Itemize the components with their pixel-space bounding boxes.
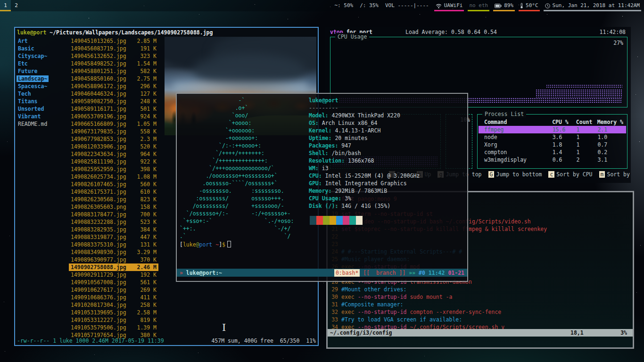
file-row[interactable]: 1490460446324.jpg127 K <box>69 90 158 98</box>
vim-line[interactable]: 30exec --no-startup-id sudo mount -a <box>328 293 633 301</box>
file-row[interactable]: 1490910627617.jpg269 K <box>69 286 158 294</box>
file-row[interactable]: 1490456083719.jpg191 K <box>69 45 158 52</box>
process-row[interactable]: node3.611.0 <box>479 133 626 141</box>
status-module-underline <box>519 10 540 11</box>
file-row[interactable]: 1490826107465.jpg560 K <box>69 181 158 188</box>
file-row[interactable]: 1490883375310.jpg131 K <box>69 241 158 248</box>
status-module-text: no eth <box>469 2 488 9</box>
file-row[interactable]: 1490458498252.jpg1.54 M <box>69 60 158 67</box>
process-column-header[interactable]: Memory % <box>597 118 626 126</box>
neofetch-terminal-window[interactable]: -` .o+` `ooo/ `+oooo: `+oooooo: -+oooooo… <box>176 93 468 282</box>
file-row[interactable]: 1490456132652.jpg323 K <box>69 52 158 60</box>
directory-item[interactable]: README.md <box>17 120 68 128</box>
ranger-file-column: 1490451013265.jpg2.85 M1490456083719.jpg… <box>69 37 158 339</box>
terminal-cursor <box>227 241 231 247</box>
file-row[interactable]: 1490902911729.jpg192 K <box>69 271 158 279</box>
shell-prompt: [luke@port ~]$ <box>180 240 231 248</box>
directory-item[interactable]: Vibrant <box>17 113 68 120</box>
workspace-list: 12 <box>0 0 22 11</box>
directory-item[interactable]: Landscap~ <box>17 75 68 82</box>
file-row[interactable]: 1490812033906.jpg520 K <box>69 143 158 150</box>
directory-item[interactable]: Cityscap~ <box>17 52 68 60</box>
process-row[interactable]: w3mimgdisplay0.623.1 <box>479 156 626 164</box>
status-module-clock[interactable]: Sun, Jan 21, 2018 at 11:42AM <box>542 0 643 11</box>
vim-line[interactable]: 29#Mount other drives: <box>328 286 633 293</box>
directory-item[interactable]: Spacesca~ <box>17 82 68 90</box>
directory-item[interactable]: Titans <box>17 98 68 105</box>
file-row[interactable]: 1490822343634.jpg964 K <box>69 150 158 158</box>
file-row[interactable]: 1490451013265.jpg2.85 M <box>69 37 158 45</box>
vim-line[interactable]: 32exec --no-startup-id compton --xrender… <box>328 308 633 316</box>
directory-item[interactable]: Tech <box>17 90 68 98</box>
process-column-header[interactable]: CPU % <box>552 118 576 126</box>
file-row[interactable]: 1490826230568.jpg823 K <box>69 196 158 203</box>
status-module-temperature[interactable]: 50°C <box>517 0 542 11</box>
file-row[interactable]: 1490673179835.jpg558 K <box>69 128 158 135</box>
file-row[interactable]: 1490825952959.jpg398 K <box>69 165 158 173</box>
battery-icon <box>495 4 502 8</box>
help-item: GJump to bottom <box>482 171 542 178</box>
directory-item[interactable]: Future <box>17 67 68 75</box>
file-row[interactable]: 1490826305603.png158 K <box>69 203 158 211</box>
file-row[interactable]: 1490589082750.jpg248 K <box>69 98 158 105</box>
status-module-ethernet[interactable]: no eth <box>466 0 491 11</box>
neofetch-separator: --------- <box>309 104 420 112</box>
status-module-text: ~: 50% <box>334 2 353 9</box>
workspace-button-1[interactable]: 1 <box>0 0 11 11</box>
ranger-titlebar: luke@port ~/Pictures/Wallpapers/Landscap… <box>17 29 213 36</box>
file-row[interactable]: 1490883232288.jpg523 K <box>69 218 158 226</box>
file-row[interactable]: 1490665166809.jpg1.05 M <box>69 120 158 128</box>
status-module-disk-home[interactable]: ~: 50% <box>331 0 356 11</box>
status-module-volume[interactable]: VOL -----|---- <box>382 0 432 11</box>
file-row[interactable]: 1490896390977.jpg370 K <box>69 256 158 263</box>
tmux-window-name[interactable]: 0:bash* <box>334 269 360 277</box>
directory-item[interactable]: Unsorted <box>17 105 68 113</box>
workspace-button-2[interactable]: 2 <box>11 0 22 11</box>
file-row[interactable]: 1490458801251.jpg582 K <box>69 67 158 75</box>
ranger-statusbar: -rw-r--r-- 1 luke 1000 2.46M 2017-05-19 … <box>17 337 316 345</box>
info-line: Packages: 947 <box>309 142 420 149</box>
file-row[interactable]: 1490458896172.jpg296 K <box>69 82 158 90</box>
file-row[interactable]: 1490902758088.jpg2.46 M <box>69 263 158 271</box>
file-row[interactable]: 1491053139695.jpg2.58 M <box>69 309 158 316</box>
file-row[interactable]: 1490883498930.jpg3.29 M <box>69 248 158 256</box>
directory-summary: 457M sum, 400G free 65/350 11% <box>211 337 316 345</box>
process-row[interactable]: compton1.410.2 <box>479 148 626 156</box>
file-row[interactable]: 1490653709196.jpg924 K <box>69 113 158 120</box>
file-row[interactable]: 1490910686376.jpg411 K <box>69 294 158 301</box>
process-column-header[interactable]: Command <box>484 118 552 126</box>
vim-scroll-percent: 3% <box>620 329 627 337</box>
i3bar: 12 ~: 50%/: 35%VOL -----|----UAWiFino et… <box>0 0 644 11</box>
vim-line[interactable]: 33#Try to load VGA screen if available: <box>328 316 633 323</box>
directory-item[interactable]: Art <box>17 37 68 45</box>
file-row[interactable]: 1490883178477.jpg700 K <box>69 211 158 218</box>
ranger-path: ~/Pictures/Wallpapers/Landscapes/ <box>46 29 157 36</box>
process-row[interactable]: Xorg1.810.7 <box>479 141 626 148</box>
vim-line[interactable]: 31#Composite manager: <box>328 301 633 308</box>
process-column-header[interactable]: Count <box>576 118 597 126</box>
file-row[interactable]: 1491053579506.jpg1.39 M <box>69 324 158 331</box>
status-module-battery[interactable]: 89% <box>491 0 517 11</box>
file-row[interactable]: 1490883282935.jpg384 K <box>69 226 158 233</box>
file-row[interactable]: 1490825811190.jpg922 K <box>69 158 158 165</box>
status-module-disk-root[interactable]: /: 35% <box>356 0 382 11</box>
file-row[interactable]: 1491053312227.jpg819 K <box>69 316 158 324</box>
clock-icon <box>545 3 550 8</box>
status-modules: ~: 50%/: 35%VOL -----|----UAWiFino eth89… <box>331 0 644 11</box>
file-row[interactable]: 1490826175371.jpg610 K <box>69 188 158 196</box>
directory-item[interactable]: Basic <box>17 45 68 52</box>
file-row[interactable]: 1490883319877.jpg447 K <box>69 233 158 241</box>
status-module-wifi[interactable]: UAWiFi <box>432 0 466 11</box>
process-row[interactable]: ffmpeg15.612.1 <box>479 126 626 133</box>
file-row[interactable]: 1490589116171.jpg501 K <box>69 105 158 113</box>
file-row[interactable]: 1491020817304.jpg258 K <box>69 301 158 309</box>
directory-item[interactable]: Etc <box>17 60 68 67</box>
file-row[interactable]: 1490910567008.jpg561 K <box>69 279 158 286</box>
vim-filename: ~/.config/i3/config <box>330 329 392 337</box>
palette-swatch <box>316 216 323 225</box>
file-row[interactable]: 1490677982853.jpg2.3 M <box>69 135 158 143</box>
prompt-dollar: $ <box>222 241 225 248</box>
info-line: Shell: /bin/bash <box>309 149 420 157</box>
file-row[interactable]: 1490458850160.jpg2.75 M <box>69 75 158 82</box>
file-row[interactable]: 1490826025734.jpg1.08 M <box>69 173 158 181</box>
